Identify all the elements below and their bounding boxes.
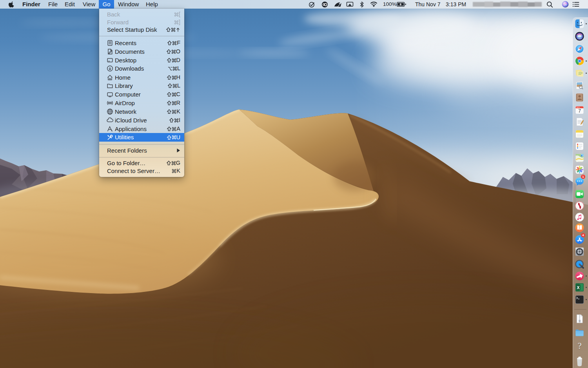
svg-text:X: X bbox=[577, 285, 579, 290]
svg-text:7: 7 bbox=[578, 108, 581, 113]
svg-text:zip: zip bbox=[579, 321, 581, 323]
